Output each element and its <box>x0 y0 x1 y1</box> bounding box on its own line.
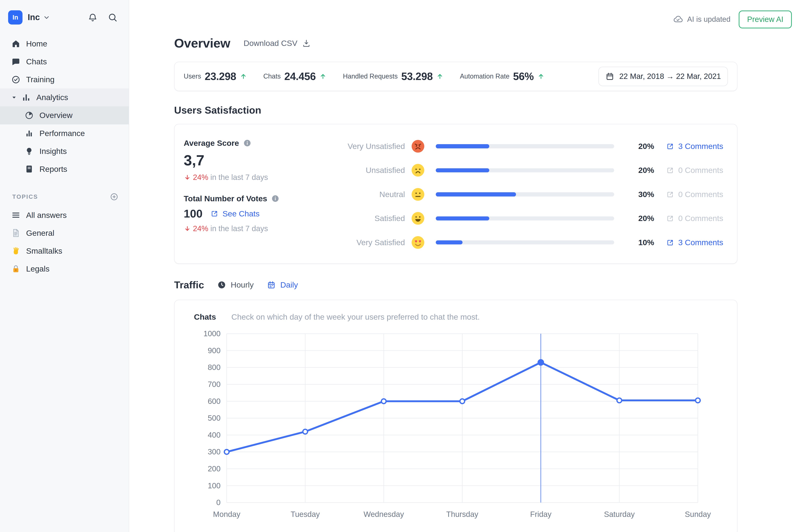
svg-text:900: 900 <box>208 346 220 355</box>
add-topic-icon[interactable] <box>110 192 119 201</box>
topbar: AI is updated Preview AI <box>129 0 797 30</box>
topic-item-general[interactable]: General <box>0 224 129 242</box>
page-title: Overview <box>174 36 230 51</box>
info-icon[interactable] <box>271 194 279 203</box>
topics-header: TOPICS <box>0 178 129 206</box>
svg-text:♥: ♥ <box>419 239 421 244</box>
external-link-icon <box>666 142 674 150</box>
topic-item-smalltalks[interactable]: Smalltalks <box>0 242 129 260</box>
svg-text:Friday: Friday <box>530 510 551 518</box>
svg-text:400: 400 <box>208 431 220 439</box>
average-score-value: 3,7 <box>184 152 332 169</box>
sidebar-nav: Home Chats Training Analytics Overview <box>0 35 129 178</box>
svg-text:600: 600 <box>208 397 220 405</box>
svg-text:0: 0 <box>216 498 221 507</box>
date-range-picker[interactable]: 22 Mar, 2018 → 22 Mar, 2021 <box>598 67 728 86</box>
satisfaction-row-very-satisfied: Very Satisfied ♥♥ 10% 3 Comments <box>332 234 726 251</box>
bell-icon[interactable] <box>88 13 97 22</box>
sidebar-actions <box>88 13 117 22</box>
download-csv-link[interactable]: Download CSV <box>243 39 311 48</box>
chat-icon <box>11 57 20 66</box>
sidebar-item-insights[interactable]: Insights <box>0 142 129 160</box>
chevron-down-icon[interactable] <box>43 14 50 21</box>
external-link-icon <box>666 239 674 246</box>
caret-down-icon <box>11 95 17 100</box>
sad-face-icon <box>411 163 425 177</box>
angry-face-icon <box>411 139 425 153</box>
traffic-header: Traffic Hourly Daily <box>174 279 738 290</box>
satisfaction-rows: Very Unsatisfied 20% 3 Comments Unsatisf… <box>332 137 726 251</box>
download-icon <box>302 39 311 48</box>
app-window: In Inc Home Chats <box>0 0 797 532</box>
calendar-icon <box>605 72 614 81</box>
cloud-check-icon <box>673 15 683 24</box>
main-area: AI is updated Preview AI Overview Downlo… <box>129 0 797 532</box>
see-chats-link[interactable]: See Chats <box>211 209 259 218</box>
external-link-icon <box>666 191 674 198</box>
sidebar-item-analytics[interactable]: Analytics <box>0 89 129 106</box>
trend-up-icon <box>538 73 545 80</box>
satisfaction-bar <box>436 144 614 148</box>
sidebar-item-overview[interactable]: Overview <box>0 106 129 124</box>
sidebar-item-training[interactable]: Training <box>0 71 129 89</box>
topic-item-all-answers[interactable]: All answers <box>0 206 129 224</box>
heart-eyes-face-icon: ♥♥ <box>411 235 425 249</box>
svg-text:100: 100 <box>208 481 220 490</box>
preview-ai-button[interactable]: Preview AI <box>739 11 792 28</box>
svg-text:Saturday: Saturday <box>604 510 635 518</box>
votes-line: 100 See Chats <box>184 207 332 220</box>
comments-link: 0 Comments <box>666 214 726 223</box>
stat-automation-rate: Automation Rate 56% <box>460 70 545 82</box>
topics-list: All answers General Smalltalks Legals <box>0 206 129 278</box>
votes-value: 100 <box>184 207 203 220</box>
sidebar: In Inc Home Chats <box>0 0 129 532</box>
average-score-label: Average Score <box>184 139 332 148</box>
external-link-icon <box>211 210 218 217</box>
svg-text:Sunday: Sunday <box>685 510 711 518</box>
chart-hint: Check on which day of the week your user… <box>231 312 480 322</box>
comments-link[interactable]: 3 Comments <box>666 142 726 151</box>
trend-up-icon <box>436 73 443 80</box>
traffic-title: Traffic <box>174 279 204 290</box>
search-icon[interactable] <box>108 13 117 22</box>
list-icon <box>11 210 20 220</box>
satisfaction-row-neutral: Neutral 30% 0 Comments <box>332 186 726 203</box>
happy-face-icon <box>411 211 425 225</box>
satisfaction-row-very-unsatisfied: Very Unsatisfied 20% 3 Comments <box>332 137 726 155</box>
waving-hand-emoji <box>11 246 20 256</box>
svg-text:Tuesday: Tuesday <box>291 510 320 518</box>
company-name[interactable]: Inc <box>28 13 40 22</box>
clock-icon <box>217 281 226 289</box>
sidebar-item-home[interactable]: Home <box>0 35 129 53</box>
svg-text:Thursday: Thursday <box>446 510 478 518</box>
votes-label: Total Number of Votes <box>184 194 332 203</box>
neutral-face-icon <box>411 188 425 201</box>
daily-toggle[interactable]: Daily <box>267 280 298 289</box>
traffic-chart[interactable]: 01002003004005006007008009001000MondayTu… <box>194 329 723 523</box>
comments-link[interactable]: 3 Comments <box>666 238 726 247</box>
app-logo[interactable]: In <box>8 10 22 25</box>
svg-text:300: 300 <box>208 448 220 456</box>
svg-text:700: 700 <box>208 380 220 388</box>
info-icon[interactable] <box>243 139 251 147</box>
votes-block: Total Number of Votes 100 See Chats <box>184 194 332 233</box>
analytics-icon <box>22 93 31 102</box>
training-icon <box>11 75 20 84</box>
reports-icon <box>24 165 34 174</box>
svg-text:Monday: Monday <box>213 510 240 518</box>
trend-down-icon <box>184 225 191 232</box>
comments-link: 0 Comments <box>666 166 726 175</box>
satisfaction-summary: Average Score 3,7 24% in the last 7 days… <box>184 137 332 251</box>
overview-icon <box>24 111 34 120</box>
satisfaction-bar <box>436 240 614 244</box>
sidebar-item-reports[interactable]: Reports <box>0 160 129 178</box>
external-link-icon <box>666 167 674 174</box>
chart-series-label: Chats <box>194 312 216 322</box>
sidebar-item-performance[interactable]: Performance <box>0 125 129 142</box>
votes-change: 24% in the last 7 days <box>184 224 332 233</box>
sidebar-item-chats[interactable]: Chats <box>0 53 129 71</box>
svg-text:Wednesday: Wednesday <box>364 510 404 518</box>
satisfaction-bar <box>436 168 614 172</box>
hourly-toggle[interactable]: Hourly <box>217 280 253 289</box>
topic-item-legals[interactable]: Legals <box>0 260 129 278</box>
